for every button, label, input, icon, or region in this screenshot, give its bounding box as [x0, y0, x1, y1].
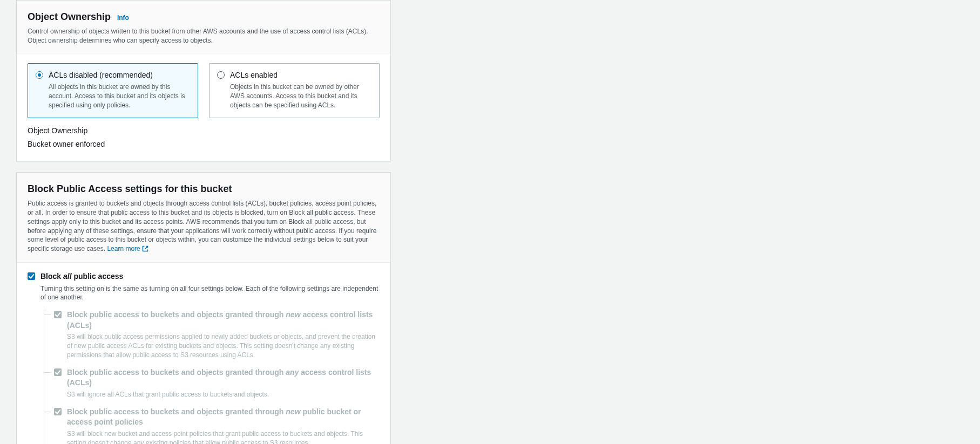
block-all-post: public access: [72, 272, 124, 281]
block-sub-item-1: Block public access to buckets and objec…: [44, 367, 380, 407]
block-desc-text: Public access is granted to buckets and …: [28, 200, 376, 252]
sub-desc-0: S3 will block public access permissions …: [67, 332, 380, 359]
sub-1-em: any: [286, 368, 299, 377]
radio-acls-disabled[interactable]: [36, 71, 43, 79]
info-link[interactable]: Info: [117, 14, 129, 22]
block-public-access-description: Public access is granted to buckets and …: [28, 199, 380, 255]
sub-desc-2: S3 will block new bucket and access poin…: [67, 429, 380, 444]
tile-acls-enabled-desc: Objects in this bucket can be owned by o…: [230, 83, 371, 110]
checkbox-sub-2: [54, 408, 62, 415]
tile-acls-enabled-title: ACLs enabled: [230, 70, 278, 81]
block-all-row: Block all public access Turning this set…: [28, 271, 380, 444]
block-sub-item-2: Block public access to buckets and objec…: [44, 407, 380, 444]
object-ownership-header: Object Ownership Info Control ownership …: [17, 1, 390, 53]
block-sub-list: Block public access to buckets and objec…: [44, 310, 380, 444]
object-ownership-panel: Object Ownership Info Control ownership …: [16, 0, 391, 161]
checkbox-sub-0: [54, 311, 62, 318]
tile-acls-disabled[interactable]: ACLs disabled (recommended) All objects …: [28, 63, 198, 118]
sub-desc-1: S3 will ignore all ACLs that grant publi…: [67, 390, 380, 399]
block-all-label: Block all public access: [40, 271, 380, 282]
tile-acls-enabled[interactable]: ACLs enabled Objects in this bucket can …: [209, 63, 380, 118]
block-sub-item-0: Block public access to buckets and objec…: [44, 310, 380, 367]
tree-connector-icon: [44, 412, 51, 412]
tile-acls-disabled-title: ACLs disabled (recommended): [49, 70, 153, 81]
ownership-kv-label: Object Ownership: [28, 126, 380, 136]
ownership-tiles: ACLs disabled (recommended) All objects …: [28, 63, 380, 118]
block-all-desc: Turning this setting on is the same as t…: [40, 284, 380, 303]
sub-2-em: new: [286, 407, 300, 416]
sub-1-pre: Block public access to buckets and objec…: [67, 368, 286, 377]
checkbox-block-all[interactable]: [28, 272, 35, 280]
learn-more-link[interactable]: Learn more: [107, 245, 148, 252]
block-public-access-title: Block Public Access settings for this bu…: [28, 183, 232, 194]
object-ownership-title: Object Ownership: [28, 11, 111, 22]
ownership-kv-value: Bucket owner enforced: [28, 139, 380, 150]
block-all-pre: Block: [40, 272, 63, 281]
checkbox-sub-1: [54, 368, 62, 376]
object-ownership-description: Control ownership of objects written to …: [28, 27, 380, 45]
block-public-access-header: Block Public Access settings for this bu…: [17, 173, 390, 263]
tree-connector-icon: [44, 372, 51, 373]
sub-title-2: Block public access to buckets and objec…: [67, 407, 380, 428]
learn-more-text: Learn more: [107, 245, 140, 252]
sub-title-1: Block public access to buckets and objec…: [67, 367, 380, 388]
sub-0-pre: Block public access to buckets and objec…: [67, 310, 286, 319]
radio-acls-enabled[interactable]: [217, 71, 225, 79]
tree-connector-icon: [44, 315, 51, 315]
block-public-access-body: Block all public access Turning this set…: [17, 263, 390, 444]
block-all-em: all: [63, 272, 72, 281]
sub-2-pre: Block public access to buckets and objec…: [67, 407, 286, 416]
sub-title-0: Block public access to buckets and objec…: [67, 310, 380, 331]
block-public-access-panel: Block Public Access settings for this bu…: [16, 172, 391, 444]
object-ownership-body: ACLs disabled (recommended) All objects …: [17, 53, 390, 161]
external-link-icon: [142, 245, 148, 255]
tile-acls-disabled-desc: All objects in this bucket are owned by …: [49, 83, 190, 110]
sub-0-em: new: [286, 310, 300, 319]
